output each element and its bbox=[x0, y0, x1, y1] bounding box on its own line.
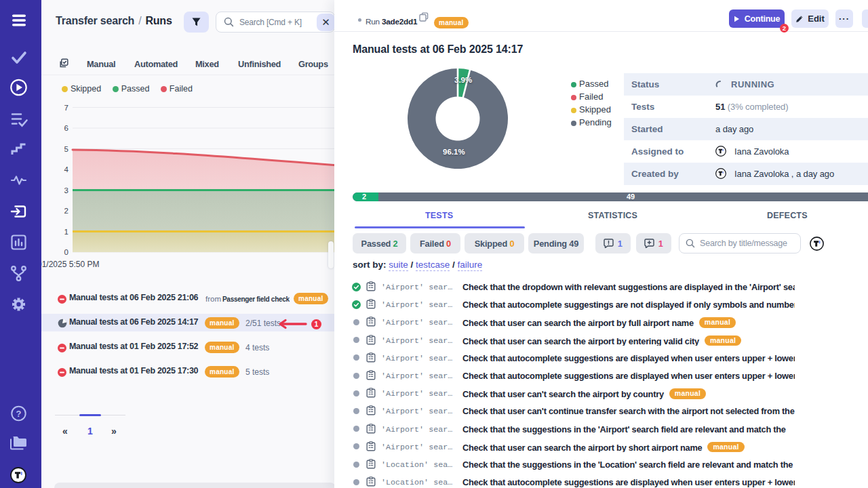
svg-text:1: 1 bbox=[64, 228, 68, 236]
svg-text:6: 6 bbox=[64, 124, 68, 132]
svg-text:7: 7 bbox=[64, 104, 68, 112]
svg-text:4: 4 bbox=[64, 165, 69, 174]
svg-text:?: ? bbox=[16, 409, 22, 419]
svg-text:5: 5 bbox=[64, 145, 68, 153]
svg-text:3: 3 bbox=[64, 186, 68, 195]
svg-text:2: 2 bbox=[64, 207, 68, 215]
svg-text:0: 0 bbox=[64, 248, 68, 256]
